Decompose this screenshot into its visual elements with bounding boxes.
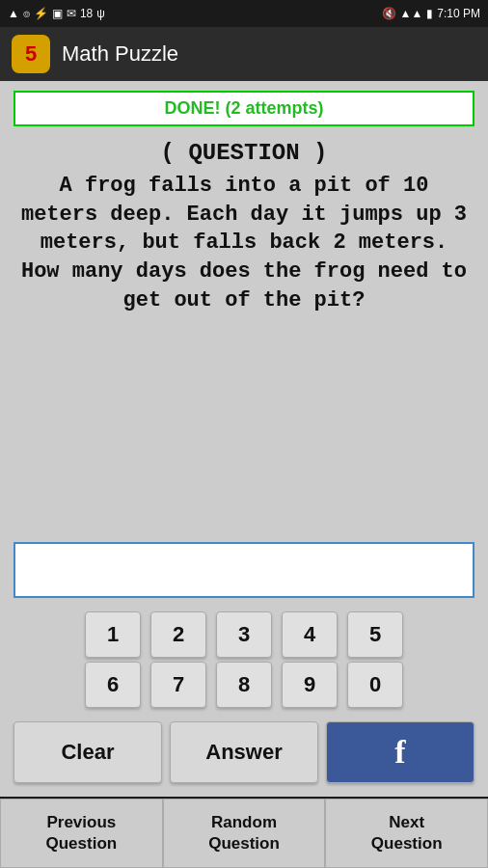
status-left-icons: ▲ ⌾ ⚡ ▣ ✉ 18 ψ (8, 7, 105, 20)
numpad-row-1: 1 2 3 4 5 (85, 611, 403, 658)
clear-button[interactable]: Clear (14, 721, 162, 783)
battery-text: 18 (80, 7, 93, 20)
app-icon: 5 (12, 35, 50, 73)
screenshot-icon: ▣ (52, 7, 63, 20)
email-icon: ✉ (67, 7, 76, 20)
facebook-button[interactable]: f (326, 721, 474, 783)
previous-question-button[interactable]: PreviousQuestion (0, 799, 163, 868)
network-icon: ▲▲ (400, 7, 423, 20)
next-question-button[interactable]: NextQuestion (325, 799, 488, 868)
num-btn-7[interactable]: 7 (150, 662, 206, 708)
status-banner-text: DONE! (2 attempts) (164, 98, 323, 118)
status-banner: DONE! (2 attempts) (14, 91, 474, 126)
num-btn-5[interactable]: 5 (347, 611, 403, 658)
question-title: ( QUESTION ) (17, 140, 471, 166)
usb-icon: ⚡ (34, 7, 48, 20)
num-btn-1[interactable]: 1 (85, 611, 141, 658)
previous-question-label: PreviousQuestion (46, 812, 118, 854)
next-question-label: NextQuestion (371, 812, 443, 854)
battery-icon: ▮ (426, 7, 433, 20)
status-right-icons: 🔇 ▲▲ ▮ 7:10 PM (382, 7, 480, 20)
random-question-label: RandomQuestion (208, 812, 280, 854)
random-question-button[interactable]: RandomQuestion (163, 799, 326, 868)
status-bar: ▲ ⌾ ⚡ ▣ ✉ 18 ψ 🔇 ▲▲ ▮ 7:10 PM (0, 0, 488, 27)
action-row: Clear Answer f (14, 721, 474, 783)
nav-row: PreviousQuestion RandomQuestion NextQues… (0, 799, 488, 868)
question-body: A frog falls into a pit of 10 meters dee… (17, 172, 471, 314)
num-btn-6[interactable]: 6 (85, 662, 141, 708)
usb2-icon: ψ (96, 7, 105, 20)
mute-icon: 🔇 (382, 7, 396, 20)
facebook-icon: f (394, 734, 405, 771)
app-title: Math Puzzle (62, 41, 178, 67)
time-display: 7:10 PM (437, 7, 480, 20)
num-btn-0[interactable]: 0 (347, 662, 403, 708)
app-bar: 5 Math Puzzle (0, 27, 488, 81)
num-btn-2[interactable]: 2 (150, 611, 206, 658)
numpad: 1 2 3 4 5 6 7 8 9 0 (14, 611, 474, 708)
num-btn-3[interactable]: 3 (216, 611, 272, 658)
answer-button[interactable]: Answer (170, 721, 318, 783)
main-content: DONE! (2 attempts) ( QUESTION ) A frog f… (0, 81, 488, 797)
wifi-icon: ⌾ (23, 7, 30, 20)
signal-icon: ▲ (8, 7, 19, 20)
numpad-row-2: 6 7 8 9 0 (85, 662, 403, 708)
num-btn-8[interactable]: 8 (216, 662, 272, 708)
answer-input[interactable] (14, 542, 474, 598)
num-btn-4[interactable]: 4 (282, 611, 338, 658)
num-btn-9[interactable]: 9 (282, 662, 338, 708)
question-area: ( QUESTION ) A frog falls into a pit of … (14, 132, 474, 322)
